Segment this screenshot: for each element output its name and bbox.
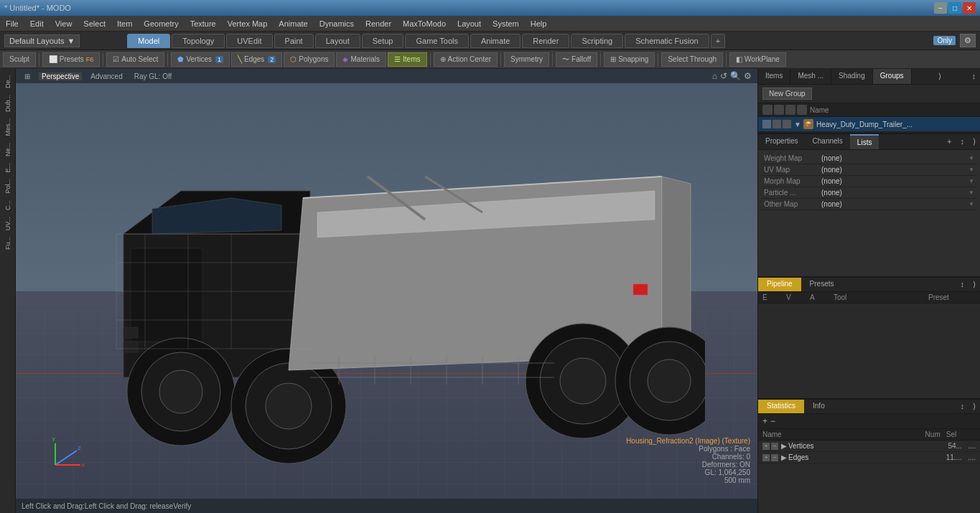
pipeline-expand-btn[interactable]: ↕: [956, 278, 969, 291]
prop-tab-add[interactable]: +: [943, 134, 956, 149]
col-icon-lock[interactable]: [785, 105, 795, 115]
menu-maxtomodo[interactable]: MaxToModo: [397, 16, 452, 31]
panel-tab-items[interactable]: Items: [758, 69, 790, 84]
sidebar-btn-ne[interactable]: Ne...: [2, 140, 14, 159]
auto-select-button[interactable]: ☑ Auto Select: [106, 52, 164, 67]
sidebar-btn-de[interactable]: De...: [2, 72, 14, 91]
sidebar-btn-c[interactable]: C...: [2, 197, 14, 213]
tab-render[interactable]: Render: [522, 34, 569, 48]
viewport-raygl-btn[interactable]: Ray GL: Off: [131, 72, 175, 80]
items-list[interactable]: ▼ 📦 Heavy_Duty_Dump_Trailer_... 40 Items: [758, 117, 980, 133]
prop-tab-lists[interactable]: Lists: [850, 134, 879, 149]
tab-layout[interactable]: Layout: [315, 34, 360, 48]
viewport-perspective-btn[interactable]: Perspective: [39, 72, 82, 80]
menu-select[interactable]: Select: [78, 16, 111, 31]
stats-vertices-expand[interactable]: ▶: [781, 442, 787, 450]
menu-edit[interactable]: Edit: [24, 16, 50, 31]
edges-button[interactable]: ╲ Edges 2: [231, 52, 282, 67]
sidebar-btn-pol[interactable]: Pol...: [2, 176, 14, 197]
sidebar-btn-fu[interactable]: Fu...: [2, 234, 14, 253]
falloff-button[interactable]: 〜 Falloff: [556, 52, 597, 67]
prop-expand-btn[interactable]: ↕: [956, 134, 969, 149]
prop-arrow-morph-map[interactable]: ▼: [969, 178, 974, 184]
viewport-expand-btn[interactable]: ⊞: [22, 72, 33, 80]
polygons-button[interactable]: ⬡ Polygons: [284, 52, 335, 67]
items-button[interactable]: ☰ Items: [388, 52, 426, 67]
pipeline-fullscreen-btn[interactable]: ⟩: [969, 278, 980, 291]
presets-button[interactable]: ⬜ Presets F6: [42, 52, 100, 67]
sidebar-btn-dub[interactable]: Dub...: [2, 92, 14, 115]
stats-add-button[interactable]: +: [762, 416, 767, 426]
symmetry-button[interactable]: Symmetry: [504, 52, 549, 67]
stats-edges-minus[interactable]: −: [771, 454, 778, 461]
tab-schematic-fusion[interactable]: Schematic Fusion: [625, 34, 709, 48]
panel-expand-btn[interactable]: ⟩: [934, 69, 946, 84]
new-group-button[interactable]: New Group: [762, 88, 812, 100]
prop-tab-channels[interactable]: Channels: [806, 134, 850, 149]
sidebar-btn-mes[interactable]: Mes...: [2, 116, 14, 139]
menu-file[interactable]: File: [0, 16, 24, 31]
viewport-rotate-icon[interactable]: ↺: [720, 71, 727, 81]
tab-scripting[interactable]: Scripting: [571, 34, 623, 48]
prop-fullscreen-btn[interactable]: ⟩: [969, 134, 980, 149]
menu-dynamics[interactable]: Dynamics: [314, 16, 360, 31]
viewport-home-icon[interactable]: ⌂: [712, 71, 717, 81]
menu-geometry[interactable]: Geometry: [138, 16, 184, 31]
action-center-button[interactable]: ⊕ Action Center: [434, 52, 498, 67]
close-button[interactable]: ✕: [963, 2, 976, 14]
prop-arrow-other-map[interactable]: ▼: [969, 201, 974, 207]
menu-item[interactable]: Item: [111, 16, 138, 31]
select-through-button[interactable]: Select Through: [661, 52, 723, 67]
viewport-3d-content[interactable]: Z X Y Housing_Refraction2 (Image) (Textu…: [16, 83, 757, 499]
item-eye-icon[interactable]: [762, 120, 771, 128]
snapping-button[interactable]: ⊞ Snapping: [604, 52, 655, 67]
panel-tab-mesh[interactable]: Mesh ...: [790, 69, 831, 84]
viewport-zoom-icon[interactable]: 🔍: [730, 71, 741, 81]
menu-texture[interactable]: Texture: [185, 16, 222, 31]
stats-vertices-add[interactable]: +: [762, 443, 770, 450]
stats-minus-button[interactable]: −: [770, 416, 775, 426]
menu-layout[interactable]: Layout: [452, 16, 487, 31]
statistics-fullscreen-btn[interactable]: ⟩: [969, 400, 980, 413]
menu-vertex-map[interactable]: Vertex Map: [222, 16, 274, 31]
viewport-settings-icon[interactable]: ⚙: [744, 71, 752, 81]
vertices-button[interactable]: ⬟ Vertices 1: [171, 52, 230, 67]
item-render-icon[interactable]: [773, 120, 781, 128]
viewport[interactable]: ⊞ Perspective Advanced Ray GL: Off ⌂ ↺ 🔍…: [16, 69, 757, 513]
stats-edges-add[interactable]: +: [762, 454, 770, 461]
statistics-expand-btn[interactable]: ↕: [956, 400, 969, 413]
tab-animate[interactable]: Animate: [470, 34, 521, 48]
minimize-button[interactable]: −: [934, 2, 947, 14]
tab-topology[interactable]: Topology: [172, 34, 225, 48]
menu-animate[interactable]: Animate: [273, 16, 313, 31]
statistics-info-tab[interactable]: Info: [804, 400, 834, 413]
sculpt-button[interactable]: Sculpt: [3, 52, 36, 67]
menu-help[interactable]: Help: [525, 16, 553, 31]
tab-setup[interactable]: Setup: [362, 34, 404, 48]
panel-collapse-btn[interactable]: ↕: [968, 69, 981, 84]
tab-uvedit[interactable]: UVEdit: [226, 34, 272, 48]
sidebar-btn-e[interactable]: E...: [2, 160, 14, 176]
tab-add[interactable]: +: [711, 34, 725, 48]
item-row-group[interactable]: ▼ 📦 Heavy_Duty_Dump_Trailer_...: [758, 117, 980, 132]
panel-tab-shading[interactable]: Shading: [831, 69, 873, 84]
item-lock-icon[interactable]: [783, 120, 791, 128]
layout-dropdown[interactable]: Default Layouts ▼: [4, 34, 80, 47]
tab-model[interactable]: Model: [127, 34, 170, 48]
col-icon-eye[interactable]: [762, 105, 773, 115]
sidebar-btn-uv[interactable]: UV...: [2, 214, 14, 233]
item-expand-arrow[interactable]: ▼: [794, 121, 801, 128]
prop-arrow-uv-map[interactable]: ▼: [969, 166, 974, 173]
panel-tab-groups[interactable]: Groups: [873, 69, 912, 84]
prop-arrow-weight-map[interactable]: ▼: [969, 155, 974, 161]
prop-arrow-particle[interactable]: ▼: [969, 189, 974, 196]
viewport-advanced-btn[interactable]: Advanced: [88, 72, 125, 80]
pipeline-tab[interactable]: Pipeline: [758, 278, 801, 291]
menu-render[interactable]: Render: [360, 16, 397, 31]
menu-system[interactable]: System: [487, 16, 525, 31]
stats-vertices-minus[interactable]: −: [771, 443, 778, 450]
workplane-button[interactable]: ◧ WorkPlane: [729, 52, 786, 67]
stats-edges-expand[interactable]: ▶: [781, 453, 787, 461]
menu-view[interactable]: View: [50, 16, 78, 31]
col-icon-render[interactable]: [774, 105, 784, 115]
